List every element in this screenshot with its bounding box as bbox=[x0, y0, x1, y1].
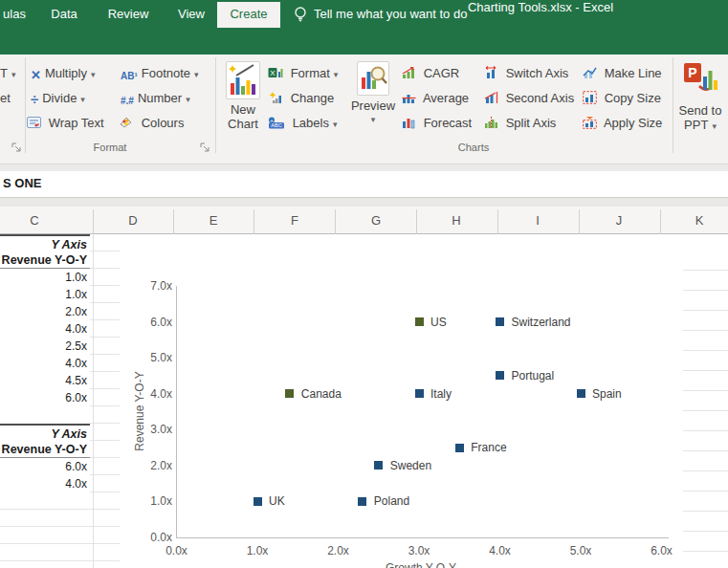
y-tick-label: 0.0x bbox=[132, 531, 172, 544]
apply-size-button[interactable]: Apply Size bbox=[583, 113, 662, 134]
second-axis-icon bbox=[484, 90, 498, 111]
column-header-K[interactable]: K bbox=[689, 207, 710, 234]
tab-data[interactable]: Data bbox=[40, 0, 88, 28]
data-point-uk[interactable] bbox=[254, 497, 262, 506]
sheet-cell[interactable]: Y Axis bbox=[0, 234, 90, 251]
y-tick-label: 6.0x bbox=[132, 316, 172, 329]
number-icon: #.# bbox=[121, 91, 134, 112]
chart-format-button[interactable]: X Format bbox=[268, 63, 338, 84]
data-point-portugal[interactable] bbox=[496, 371, 504, 380]
data-point-sweden[interactable] bbox=[374, 461, 383, 470]
sheet-cell[interactable]: 6.0x bbox=[0, 389, 90, 406]
multiply-button[interactable]: ✕Multiply bbox=[31, 63, 96, 84]
x-tick-label: 0.0x bbox=[153, 544, 201, 557]
sheet-cell[interactable]: 2.5x bbox=[0, 338, 90, 355]
cutoff-button-2[interactable]: et bbox=[0, 88, 11, 109]
preview-icon bbox=[357, 61, 389, 96]
sheet-cell[interactable]: 4.0x bbox=[0, 355, 90, 372]
apply-size-icon bbox=[583, 115, 597, 136]
dialog-launcher-icon[interactable] bbox=[11, 140, 23, 151]
data-point-france[interactable] bbox=[455, 444, 464, 452]
wrap-text-button[interactable]: Wrap Text bbox=[27, 113, 104, 134]
switch-axis-button[interactable]: Switch Axis bbox=[484, 63, 568, 84]
average-button[interactable]: Average bbox=[402, 88, 469, 109]
sheet-cell[interactable]: 6.0x bbox=[0, 458, 90, 475]
group-separator bbox=[25, 57, 26, 153]
tab-formulas[interactable]: ulas bbox=[0, 0, 29, 28]
x-tick-label: 5.0x bbox=[557, 544, 605, 557]
wrap-text-icon bbox=[27, 115, 41, 136]
data-point-us[interactable] bbox=[415, 317, 424, 326]
formula-bar[interactable] bbox=[0, 171, 728, 198]
ribbon-lower-band bbox=[0, 164, 728, 171]
data-label-switzerland: Switzerland bbox=[512, 316, 571, 329]
data-point-switzerland[interactable] bbox=[496, 317, 504, 326]
forecast-button[interactable]: Forecast bbox=[402, 113, 472, 134]
tell-me-box[interactable]: Tell me what you want to do bbox=[314, 0, 467, 28]
column-header-E[interactable]: E bbox=[203, 207, 224, 234]
data-point-italy[interactable] bbox=[415, 389, 424, 398]
column-header-C[interactable]: C bbox=[24, 207, 45, 234]
cagr-button[interactable]: CAGR bbox=[402, 63, 459, 84]
column-header-H[interactable]: H bbox=[446, 207, 467, 234]
chart-x-axis-line bbox=[176, 537, 669, 538]
make-line-button[interactable]: Make Line bbox=[583, 63, 662, 84]
sheet-cell[interactable]: 1.0x bbox=[0, 269, 90, 286]
sheet-cell[interactable]: Revenue Y-O-Y bbox=[0, 441, 90, 458]
column-header-F[interactable]: F bbox=[284, 207, 305, 234]
column-header-I[interactable]: I bbox=[527, 207, 548, 234]
dialog-launcher-icon[interactable] bbox=[200, 140, 211, 151]
new-chart-icon bbox=[226, 61, 260, 99]
data-label-poland: Poland bbox=[374, 494, 409, 508]
colours-button[interactable]: Colours bbox=[119, 113, 184, 134]
sheet-grid-right[interactable] bbox=[683, 251, 728, 568]
make-line-icon bbox=[583, 65, 597, 86]
data-label-italy: Italy bbox=[430, 387, 452, 401]
tab-review[interactable]: Review bbox=[98, 0, 159, 28]
sheet-cell[interactable] bbox=[0, 406, 90, 424]
data-label-uk: UK bbox=[269, 494, 285, 508]
footnote-button[interactable]: AB¹Footnote bbox=[121, 63, 199, 84]
column-header-separator bbox=[497, 209, 498, 234]
colours-icon bbox=[119, 115, 134, 136]
x-tick-label: 3.0x bbox=[395, 544, 443, 557]
group-label-charts: Charts bbox=[440, 142, 507, 153]
second-axis-button[interactable]: Second Axis bbox=[484, 88, 574, 109]
data-point-spain[interactable] bbox=[577, 389, 585, 398]
group-separator bbox=[215, 57, 216, 153]
number-button[interactable]: #.#Number bbox=[121, 88, 190, 109]
change-chart-icon bbox=[268, 90, 283, 111]
split-axis-button[interactable]: Split Axis bbox=[484, 113, 556, 134]
sheet-cell[interactable]: 2.0x bbox=[0, 303, 90, 320]
column-header-separator bbox=[93, 209, 94, 234]
dropdown-arrow-icon: ▾ bbox=[346, 113, 400, 127]
data-point-poland[interactable] bbox=[358, 497, 366, 506]
chart-object[interactable] bbox=[120, 239, 682, 568]
column-header-G[interactable]: G bbox=[365, 207, 386, 234]
sheet-cell[interactable]: Y Axis bbox=[0, 424, 90, 441]
sheet-cell[interactable]: 4.0x bbox=[0, 320, 90, 338]
sheet-cell[interactable]: 1.0x bbox=[0, 286, 90, 303]
sheet-cell[interactable]: 4.5x bbox=[0, 372, 90, 389]
copy-size-button[interactable]: Copy Size bbox=[583, 88, 661, 109]
tab-view[interactable]: View bbox=[168, 0, 214, 28]
change-chart-button[interactable]: Change bbox=[268, 88, 334, 109]
data-point-canada[interactable] bbox=[285, 389, 294, 398]
x-tick-label: 2.0x bbox=[315, 544, 363, 557]
sheet-cell[interactable]: 4.0x bbox=[0, 475, 90, 492]
column-header-separator bbox=[660, 209, 661, 234]
x-tick-label: 4.0x bbox=[476, 544, 524, 557]
sheet-cell[interactable]: Revenue Y-O-Y bbox=[0, 251, 90, 269]
column-header-D[interactable]: D bbox=[122, 207, 143, 234]
new-chart-button[interactable]: New Chart bbox=[218, 57, 268, 155]
ribbon-tab-bar bbox=[0, 27, 728, 55]
chart-labels-button[interactable]: +ABC Labels bbox=[268, 113, 337, 134]
cutoff-button-1[interactable]: T bbox=[0, 63, 15, 84]
preview-button[interactable]: Preview ▾ bbox=[346, 57, 400, 155]
column-header-J[interactable]: J bbox=[608, 207, 629, 234]
data-label-canada: Canada bbox=[301, 387, 342, 401]
divide-button[interactable]: ÷Divide bbox=[31, 88, 85, 109]
x-tick-label: 1.0x bbox=[233, 544, 281, 557]
tab-create[interactable]: Create bbox=[217, 2, 280, 28]
send-to-ppt-button[interactable]: P Send to PPT bbox=[673, 57, 727, 155]
